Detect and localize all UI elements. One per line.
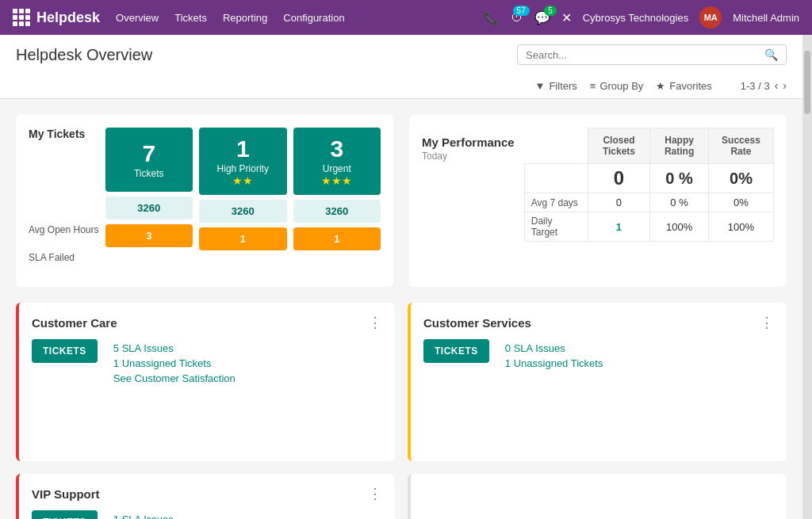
customer-care-card: Customer Care ⋮ TICKETS 5 SLA Issues 1 U… — [16, 303, 395, 461]
main-content: Helpdesk Overview 🔍 ▼ Filters ≡ Group By… — [0, 35, 802, 519]
customer-care-header: Customer Care ⋮ — [19, 303, 395, 339]
scrollbar-thumb — [804, 51, 810, 114]
kanban-row: Customer Care ⋮ TICKETS 5 SLA Issues 1 U… — [16, 303, 787, 461]
customer-care-body: TICKETS 5 SLA Issues 1 Unassigned Ticket… — [19, 339, 395, 397]
customer-services-links: 0 SLA Issues 1 Unassigned Tickets — [505, 339, 603, 369]
timer-icon[interactable]: ⏱ 57 — [511, 10, 523, 25]
user-name: Mitchell Admin — [733, 12, 799, 24]
vip-support-body: TICKETS 1 SLA Issues — [19, 510, 395, 519]
page-header: Helpdesk Overview 🔍 ▼ Filters ≡ Group By… — [0, 35, 802, 99]
customer-services-card: Customer Services ⋮ TICKETS 0 SLA Issues… — [408, 303, 787, 461]
customer-care-sla-link[interactable]: 5 SLA Issues — [113, 342, 236, 354]
vip-support-title: VIP Support — [32, 487, 100, 501]
filters-label: Filters — [549, 80, 576, 92]
content-wrapper: Helpdesk Overview 🔍 ▼ Filters ≡ Group By… — [0, 35, 812, 519]
page-header-top: Helpdesk Overview 🔍 — [16, 44, 787, 65]
vip-support-sla-link[interactable]: 1 SLA Issues — [113, 513, 174, 519]
my-performance-card: My Performance Today Closed Tickets Happ… — [409, 115, 787, 287]
phone-icon[interactable]: 📞 — [484, 10, 500, 25]
prev-page-button[interactable]: ‹ — [775, 79, 779, 92]
search-bar[interactable]: 🔍 — [517, 44, 787, 65]
customer-services-unassigned-link[interactable]: 1 Unassigned Tickets — [505, 357, 603, 369]
filters-button[interactable]: ▼ Filters — [535, 80, 577, 92]
customer-services-tickets-button[interactable]: TICKETS — [423, 339, 489, 363]
avatar[interactable]: MA — [699, 6, 722, 29]
vip-support-links: 1 SLA Issues — [113, 510, 174, 519]
customer-services-menu[interactable]: ⋮ — [760, 314, 774, 331]
perf-title-text: My Performance — [422, 135, 515, 149]
perf-subtitle-text: Today — [422, 151, 515, 162]
ticket-all-box[interactable]: 7 Tickets — [105, 128, 193, 192]
customer-care-tickets-button[interactable]: TICKETS — [32, 339, 98, 363]
empty-card — [408, 474, 787, 519]
pagination: 1-3 / 3 ‹ › — [741, 79, 787, 92]
nav-overview[interactable]: Overview — [116, 9, 159, 27]
grid-icon — [13, 9, 30, 26]
vip-support-tickets-button[interactable]: TICKETS — [32, 510, 98, 519]
my-tickets-card: My Tickets Avg Open Hours SLA Failed 7 T… — [16, 115, 393, 287]
groupby-button[interactable]: ≡ Group By — [590, 80, 644, 92]
favorites-label: Favorites — [669, 80, 711, 92]
pagination-text: 1-3 / 3 — [741, 80, 770, 92]
ticket-high-box[interactable]: 1 High Priority ★★ — [199, 128, 287, 195]
nav-actions: 📞 ⏱ 57 💬 5 ✕ Cybrosys Technologies MA Mi… — [484, 6, 799, 29]
groupby-icon: ≡ — [590, 80, 596, 92]
vip-support-card: VIP Support ⋮ TICKETS 1 SLA Issues — [16, 474, 395, 519]
toolbar: ▼ Filters ≡ Group By ★ Favorites 1-3 / 3… — [16, 73, 787, 98]
customer-care-unassigned-link[interactable]: 1 Unassigned Tickets — [113, 357, 236, 369]
customer-services-title: Customer Services — [423, 316, 531, 330]
page-title: Helpdesk Overview — [16, 46, 152, 64]
chat-icon[interactable]: 💬 5 — [534, 10, 550, 25]
close-icon[interactable]: ✕ — [561, 10, 572, 25]
customer-care-menu[interactable]: ⋮ — [368, 314, 382, 331]
nav-menu: Overview Tickets Reporting Configuration — [116, 9, 468, 27]
customer-services-body: TICKETS 0 SLA Issues 1 Unassigned Ticket… — [411, 339, 787, 382]
app-logo[interactable]: Helpdesk — [13, 9, 100, 26]
customer-care-satisfaction-link[interactable]: See Customer Satisfaction — [113, 372, 236, 384]
overview-row: My Tickets Avg Open Hours SLA Failed 7 T… — [16, 115, 787, 287]
timer-badge: 57 — [513, 6, 530, 16]
search-icon: 🔍 — [764, 48, 778, 61]
chat-badge: 5 — [544, 6, 557, 16]
customer-services-sla-link[interactable]: 0 SLA Issues — [505, 342, 603, 354]
star-icon: ★ — [656, 80, 665, 92]
scrollbar[interactable] — [802, 35, 812, 519]
top-navigation: Helpdesk Overview Tickets Reporting Conf… — [0, 0, 812, 35]
favorites-button[interactable]: ★ Favorites — [656, 80, 711, 92]
ticket-urgent-box[interactable]: 3 Urgent ★★★ — [293, 128, 381, 195]
customer-services-header: Customer Services ⋮ — [411, 303, 787, 339]
bottom-row: VIP Support ⋮ TICKETS 1 SLA Issues — [16, 474, 787, 519]
search-input[interactable] — [526, 49, 764, 61]
customer-care-links: 5 SLA Issues 1 Unassigned Tickets See Cu… — [113, 339, 236, 384]
app-name: Helpdesk — [36, 10, 100, 26]
company-name: Cybrosys Technologies — [583, 12, 688, 24]
customer-care-title: Customer Care — [32, 316, 117, 330]
groupby-label: Group By — [599, 80, 643, 92]
nav-reporting[interactable]: Reporting — [223, 9, 267, 27]
body-content: My Tickets Avg Open Hours SLA Failed 7 T… — [0, 99, 802, 519]
vip-support-menu[interactable]: ⋮ — [368, 485, 382, 502]
nav-tickets[interactable]: Tickets — [174, 9, 207, 27]
filter-icon: ▼ — [535, 80, 546, 92]
next-page-button[interactable]: › — [783, 79, 787, 92]
nav-configuration[interactable]: Configuration — [283, 9, 344, 27]
vip-support-header: VIP Support ⋮ — [19, 474, 395, 510]
